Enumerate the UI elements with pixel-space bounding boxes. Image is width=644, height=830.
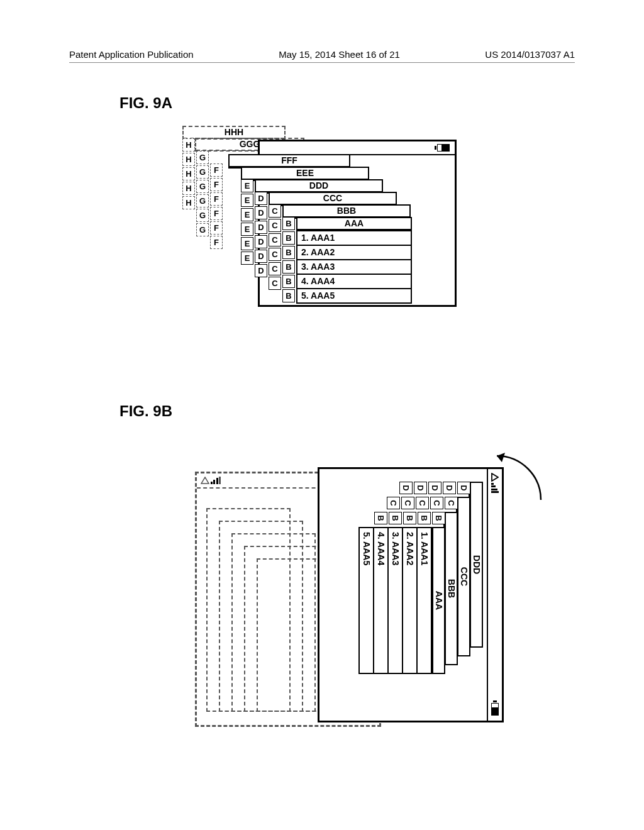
- battery-icon: [435, 144, 450, 152]
- side-c: C: [269, 204, 281, 218]
- title-ccc-9b: CCC: [457, 498, 469, 655]
- sidecol-b: B B B B B B: [282, 217, 295, 304]
- sidecol-d-9b: D D D D D: [398, 482, 470, 494]
- side-c: C: [430, 497, 443, 509]
- title-ddd-9b: DDD: [470, 483, 482, 646]
- sidecol-b-9b: B B B B B: [373, 512, 445, 524]
- side-b: B: [374, 512, 387, 524]
- title-aaa: AAA: [297, 218, 411, 230]
- sidecol-e: E E E E E E: [241, 179, 253, 266]
- side-f: F: [210, 192, 223, 206]
- side-e: E: [241, 223, 253, 236]
- signal-icon: [491, 473, 499, 493]
- side-c: C: [401, 497, 414, 509]
- figure-9b-label: FIG. 9B: [119, 402, 172, 420]
- side-b: B: [282, 246, 295, 259]
- sidecol-c: C C C C C C: [269, 204, 281, 291]
- svg-marker-0: [201, 477, 209, 484]
- side-c: C: [269, 262, 281, 275]
- svg-marker-1: [497, 453, 505, 462]
- figure-9a: HHH GGG H H H H H G G G G G G F F F F: [182, 126, 447, 314]
- side-d: D: [255, 221, 267, 234]
- title-aaa-9b: AAA: [432, 528, 444, 673]
- side-d: D: [255, 235, 267, 248]
- list-item: 5. AAA5: [360, 528, 374, 673]
- side-g: G: [196, 165, 209, 179]
- list-item: 2. AAA2: [403, 528, 418, 673]
- side-c: C: [269, 248, 281, 261]
- sidecol-g: G G G G G G: [196, 151, 209, 238]
- side-b: B: [418, 512, 431, 524]
- list-item: 4. AAA4: [374, 528, 389, 673]
- side-c: C: [416, 497, 429, 509]
- header-patent-number: US 2014/0137037 A1: [485, 49, 575, 60]
- card-bbb-9b: BBB: [443, 512, 458, 665]
- side-e: E: [241, 194, 253, 207]
- side-c: C: [269, 219, 281, 232]
- side-h: H: [182, 196, 195, 209]
- side-d: D: [428, 482, 441, 494]
- device-9b-landscape: DDD D D D D D CCC C C C C C BBB: [318, 467, 504, 722]
- side-h: H: [182, 153, 195, 166]
- card-ccc-9b: CCC: [456, 497, 470, 656]
- side-b: B: [432, 512, 445, 524]
- side-b: B: [282, 275, 295, 288]
- figure-9b: DDD D D D D D CCC C C C C C BBB: [195, 472, 547, 748]
- side-g: G: [196, 223, 209, 236]
- sidecol-c-9b: C C C C C: [386, 497, 458, 509]
- header-publication: Patent Application Publication: [69, 49, 194, 60]
- side-e: E: [241, 208, 253, 221]
- card-ddd-9b: DDD: [469, 482, 483, 648]
- svg-marker-2: [492, 473, 498, 481]
- side-c: C: [269, 277, 281, 290]
- side-g: G: [196, 209, 209, 222]
- title-eee: EEE: [242, 168, 368, 180]
- side-d: D: [414, 482, 427, 494]
- title-bbb: BBB: [284, 206, 409, 218]
- side-c: C: [387, 497, 400, 509]
- side-f: F: [210, 207, 223, 220]
- side-e: E: [241, 252, 253, 265]
- header-date-sheet: May 15, 2014 Sheet 16 of 21: [279, 49, 400, 60]
- title-fff: FFF: [230, 155, 349, 167]
- list-item: 5. AAA5: [297, 288, 411, 302]
- battery-icon: [491, 700, 499, 716]
- side-b: B: [389, 512, 402, 524]
- side-d: D: [255, 206, 267, 219]
- side-g: G: [196, 151, 209, 164]
- side-e: E: [241, 237, 253, 250]
- side-d: D: [443, 482, 456, 494]
- list-item: 1. AAA1: [297, 230, 411, 245]
- side-b: B: [282, 217, 295, 230]
- signal-icon: [201, 477, 221, 484]
- side-e: E: [241, 179, 253, 192]
- sidecol-d: D D D D D D: [255, 192, 267, 279]
- side-b: B: [282, 231, 295, 245]
- status-bar-9a: [260, 141, 455, 155]
- side-g: G: [196, 194, 209, 208]
- status-bar-9b: [487, 469, 502, 721]
- card-aaa: AAA 1. AAA1 2. AAA2 3. AAA3 4. AAA4 5. A…: [296, 217, 412, 304]
- title-bbb-9b: BBB: [445, 513, 457, 664]
- side-h: H: [182, 182, 195, 195]
- page-header: Patent Application Publication May 15, 2…: [69, 49, 575, 63]
- side-c: C: [269, 233, 281, 246]
- side-f: F: [210, 163, 223, 177]
- page: Patent Application Publication May 15, 2…: [0, 0, 644, 830]
- side-b: B: [282, 260, 295, 274]
- list-item: 1. AAA1: [418, 528, 432, 673]
- side-b: B: [403, 512, 416, 524]
- side-d: D: [399, 482, 413, 494]
- list-item: 2. AAA2: [297, 245, 411, 259]
- figure-9a-label: FIG. 9A: [119, 94, 172, 112]
- sidecol-h: H H H H H: [182, 138, 195, 211]
- side-f: F: [210, 178, 223, 191]
- side-h: H: [182, 138, 195, 152]
- side-f: F: [210, 236, 223, 249]
- side-d: D: [255, 264, 267, 277]
- list-item: 4. AAA4: [297, 274, 411, 288]
- side-h: H: [182, 167, 195, 180]
- side-b: B: [282, 289, 295, 302]
- side-g: G: [196, 180, 209, 193]
- side-c: C: [445, 497, 458, 509]
